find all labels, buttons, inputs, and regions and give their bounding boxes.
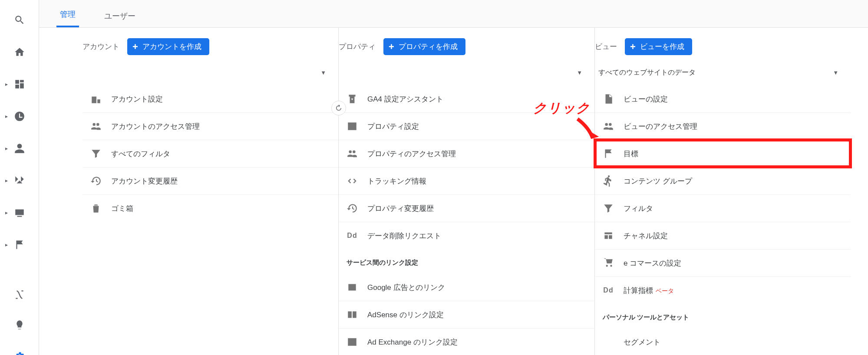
menu-label: Ad Exchange のリンク設定 <box>367 337 458 347</box>
running-icon <box>603 175 614 187</box>
view-settings[interactable]: ビューの設定 <box>595 85 851 112</box>
main-panel: 管理 ユーザー アカウント + アカウントを作成 ▼ アカウント設定 <box>39 0 868 355</box>
nav-conversions[interactable]: ▸ <box>0 235 39 254</box>
nav-behavior[interactable]: ▸ <box>0 203 39 222</box>
property-title: プロパティ <box>339 42 376 52</box>
menu-label: AdSense のリンク設定 <box>367 310 444 320</box>
nav-discover[interactable] <box>0 316 39 335</box>
menu-label: コンテンツ グループ <box>624 176 692 186</box>
property-access[interactable]: プロパティのアクセス管理 <box>339 140 594 167</box>
column-account: アカウント + アカウントを作成 ▼ アカウント設定 アカウントのアクセス管理 … <box>83 28 339 355</box>
clock-icon <box>14 111 25 122</box>
view-personal-title: パーソナル ツールとアセット <box>595 304 851 324</box>
menu-label: プロパティ変更履歴 <box>367 204 434 214</box>
bulb-icon <box>14 319 25 331</box>
property-selector[interactable]: ▼ <box>339 64 594 81</box>
tab-users[interactable]: ユーザー <box>101 3 139 27</box>
link-account-property-icon[interactable] <box>331 101 346 115</box>
tab-admin[interactable]: 管理 <box>56 1 79 27</box>
admin-tabs: 管理 ユーザー <box>39 0 868 28</box>
view-channel[interactable]: チャネル設定 <box>595 222 851 249</box>
menu-label: すべてのフィルタ <box>111 149 170 159</box>
menu-label: Google 広告とのリンク <box>367 283 445 293</box>
property-history[interactable]: プロパティ変更履歴 <box>339 194 594 222</box>
create-view-button[interactable]: + ビューを作成 <box>625 38 692 55</box>
create-property-button[interactable]: + プロパティを作成 <box>383 38 465 55</box>
nav-realtime[interactable]: ▸ <box>0 107 39 126</box>
view-filters[interactable]: フィルタ <box>595 194 851 222</box>
view-selected: すべてのウェブサイトのデータ <box>598 68 696 77</box>
menu-label: プロパティのアクセス管理 <box>367 149 456 159</box>
caret-icon: ▸ <box>5 210 8 216</box>
view-ecommerce[interactable]: e コマースの設定 <box>595 249 851 276</box>
flag-icon <box>14 239 25 250</box>
history-icon <box>347 203 358 214</box>
chevron-down-icon: ▼ <box>833 69 838 76</box>
nav-search[interactable] <box>0 10 39 30</box>
nav-acquisition[interactable]: ▸ <box>0 171 39 190</box>
menu-label: アカウント変更履歴 <box>111 176 178 186</box>
account-filters[interactable]: すべてのフィルタ <box>83 140 338 167</box>
view-content-groups[interactable]: コンテンツ グループ <box>595 167 851 194</box>
property-links-title: サービス間のリンク設定 <box>339 249 594 270</box>
property-menu: GA4 設定アシスタント プロパティ設定 プロパティのアクセス管理 トラッキング… <box>339 85 594 249</box>
account-menu: アカウント設定 アカウントのアクセス管理 すべてのフィルタ アカウント変更履歴 … <box>83 85 338 222</box>
menu-label: データ削除リクエスト <box>367 231 441 241</box>
plus-icon: + <box>389 42 394 52</box>
file-icon <box>603 93 614 105</box>
caret-icon: ▸ <box>5 81 8 87</box>
nav-admin[interactable] <box>0 346 39 355</box>
acquisition-icon <box>14 175 25 186</box>
caret-icon: ▸ <box>5 178 8 184</box>
layout-icon <box>347 336 358 348</box>
menu-label: GA4 設定アシスタント <box>367 94 443 104</box>
column-property: プロパティ + プロパティを作成 ▼ GA4 設定アシスタント プロパティ設定 … <box>339 28 595 355</box>
menu-label: チャネル設定 <box>624 231 668 241</box>
view-calc-metrics[interactable]: Dd計算指標ベータ <box>595 276 851 304</box>
data-deletion[interactable]: Ddデータ削除リクエスト <box>339 222 594 249</box>
menu-label: ビューのアクセス管理 <box>624 122 697 131</box>
view-title: ビュー <box>595 42 617 52</box>
account-selector[interactable]: ▼ <box>83 64 338 81</box>
nav-home[interactable] <box>0 43 39 62</box>
nav-customization[interactable]: ▸ <box>0 75 39 94</box>
view-access[interactable]: ビューのアクセス管理 <box>595 112 851 140</box>
ads-icon <box>347 282 358 293</box>
google-ads-link[interactable]: Google 広告とのリンク <box>339 274 594 301</box>
ga4-assistant[interactable]: GA4 設定アシスタント <box>339 85 594 112</box>
create-account-button[interactable]: + アカウントを作成 <box>127 38 209 55</box>
menu-label: 計算指標 <box>624 286 653 295</box>
nav-audience[interactable]: ▸ <box>0 139 39 158</box>
behavior-icon <box>14 207 25 218</box>
people-icon <box>347 148 358 159</box>
nav-attribution[interactable] <box>0 285 39 304</box>
menu-label: アカウントのアクセス管理 <box>111 122 200 131</box>
view-menu: ビューの設定 ビューのアクセス管理 目標 コンテンツ グループ フィルタ チャネ… <box>595 85 851 304</box>
account-settings[interactable]: アカウント設定 <box>83 85 338 112</box>
menu-label: トラッキング情報 <box>367 176 426 186</box>
create-account-label: アカウントを作成 <box>142 42 201 52</box>
account-history[interactable]: アカウント変更履歴 <box>83 167 338 194</box>
view-goals[interactable]: 目標 <box>595 140 851 167</box>
account-trash[interactable]: ゴミ箱 <box>83 194 338 222</box>
view-segments[interactable]: セグメント <box>595 329 851 355</box>
segments-icon <box>603 336 614 348</box>
attribution-icon <box>14 289 25 300</box>
adsense-link[interactable]: AdSense のリンク設定 <box>339 301 594 328</box>
gear-icon <box>14 350 25 355</box>
beta-badge: ベータ <box>656 287 674 294</box>
history-icon <box>90 175 102 187</box>
account-access[interactable]: アカウントのアクセス管理 <box>83 112 338 140</box>
menu-label: アカウント設定 <box>111 94 163 104</box>
funnel-icon <box>90 148 102 159</box>
person-icon <box>14 143 25 154</box>
column-view: クリック ビュー + ビューを作成 すべてのウェブサイトのデータ ▼ <box>595 28 851 355</box>
view-selector[interactable]: すべてのウェブサイトのデータ ▼ <box>595 64 851 81</box>
property-settings[interactable]: プロパティ設定 <box>339 112 594 140</box>
view-personal: セグメント <box>595 329 851 355</box>
dashboard-icon <box>14 79 25 90</box>
home-icon <box>14 46 25 58</box>
adexchange-link[interactable]: Ad Exchange のリンク設定 <box>339 328 594 355</box>
caret-icon: ▸ <box>5 145 8 151</box>
tracking-info[interactable]: トラッキング情報 <box>339 167 594 194</box>
